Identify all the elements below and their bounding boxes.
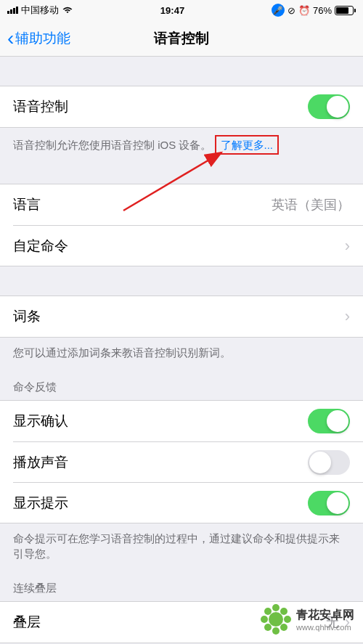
signal-icon (7, 7, 18, 14)
voice-control-footer: 语音控制允许您使用语音控制 iOS 设备。 了解更多... (0, 128, 363, 162)
vocabulary-group: 词条 › (0, 295, 363, 338)
command-feedback-footer: 命令提示可在您学习语音控制的过程中，通过建议命令和提供提示来引导您。 (0, 523, 363, 568)
svg-point-9 (264, 624, 272, 631)
language-group: 语言 英语（美国） 自定命令 › (0, 184, 363, 266)
svg-point-7 (264, 608, 272, 615)
vocabulary-footer: 您可以通过添加词条来教语音控制识别新词。 (0, 338, 363, 367)
content: 语音控制 语音控制允许您使用语音控制 iOS 设备。 了解更多... 语言 英语… (0, 57, 363, 644)
show-hints-toggle[interactable] (308, 491, 350, 515)
battery-icon (335, 6, 356, 15)
command-feedback-group: 显示确认 播放声音 显示提示 (0, 400, 363, 523)
watermark-title: 青花安卓网 (296, 608, 354, 623)
show-confirm-toggle[interactable] (308, 409, 350, 433)
alarm-icon: ⏰ (298, 5, 310, 16)
custom-commands-label: 自定命令 (13, 237, 68, 256)
overlay-label: 叠层 (13, 613, 41, 632)
voice-control-label: 语音控制 (13, 97, 68, 116)
watermark-url: www.qhhlv.com (296, 623, 354, 632)
vocabulary-cell[interactable]: 词条 › (0, 296, 363, 337)
status-bar: 中国移动 19:47 🎤 ⊘ ⏰ 76% (0, 0, 363, 20)
status-left: 中国移动 (7, 4, 73, 17)
nav-title: 语音控制 (154, 29, 209, 48)
show-confirm-label: 显示确认 (13, 412, 68, 431)
voice-control-group: 语音控制 (0, 86, 363, 128)
back-chevron-icon: ‹ (7, 28, 14, 49)
chevron-right-icon: › (345, 307, 350, 326)
chevron-right-icon: › (345, 237, 350, 256)
lock-icon: ⊘ (287, 5, 295, 16)
show-hints-cell[interactable]: 显示提示 (13, 482, 363, 523)
play-sound-label: 播放声音 (13, 453, 68, 472)
custom-commands-cell[interactable]: 自定命令 › (13, 225, 363, 266)
play-sound-cell[interactable]: 播放声音 (13, 441, 363, 482)
voice-control-cell[interactable]: 语音控制 (0, 86, 363, 127)
carrier-label: 中国移动 (21, 4, 59, 17)
back-label: 辅助功能 (15, 29, 70, 48)
status-right: 🎤 ⊘ ⏰ 76% (272, 4, 356, 17)
show-confirm-cell[interactable]: 显示确认 (0, 401, 363, 441)
nav-bar: ‹ 辅助功能 语音控制 (0, 20, 363, 57)
overlay-header: 连续叠层 (0, 568, 363, 601)
play-sound-toggle[interactable] (308, 450, 350, 475)
svg-point-8 (280, 608, 287, 615)
vocabulary-label: 词条 (13, 307, 41, 326)
voice-control-toggle[interactable] (308, 94, 350, 119)
svg-point-6 (284, 616, 291, 623)
back-button[interactable]: ‹ 辅助功能 (7, 28, 70, 49)
language-label: 语言 (13, 195, 41, 214)
status-time: 19:47 (160, 5, 184, 16)
language-value: 英语（美国） (272, 196, 350, 213)
svg-point-2 (269, 612, 283, 627)
show-hints-label: 显示提示 (13, 494, 68, 513)
svg-point-4 (272, 627, 280, 635)
language-cell[interactable]: 语言 英语（美国） (0, 184, 363, 225)
svg-point-5 (261, 616, 268, 623)
svg-point-10 (280, 624, 287, 631)
battery-percent: 76% (313, 5, 332, 16)
watermark: 青花安卓网 www.qhhlv.com (260, 603, 354, 635)
wifi-icon (62, 6, 73, 15)
command-feedback-header: 命令反馈 (0, 367, 363, 400)
watermark-logo-icon (260, 603, 292, 635)
learn-more-highlight: 了解更多... (215, 135, 280, 155)
svg-point-3 (272, 604, 280, 611)
learn-more-link[interactable]: 了解更多... (221, 139, 274, 151)
mic-icon: 🎤 (272, 4, 285, 17)
